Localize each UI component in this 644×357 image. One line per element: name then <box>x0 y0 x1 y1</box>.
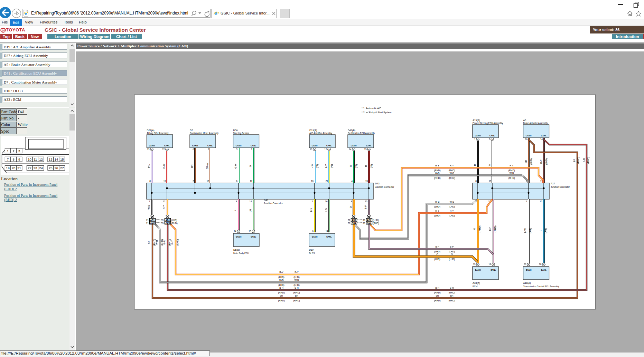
svg-text:G: G <box>249 165 252 167</box>
svg-text:R-Y: R-Y <box>295 271 299 273</box>
svg-text:Brake Actuator Assembly: Brake Actuator Assembly <box>523 122 548 125</box>
svg-text:CANL: CANL <box>251 145 256 147</box>
svg-text:B-P: B-P <box>489 227 491 231</box>
svg-text:A: A <box>314 148 315 151</box>
svg-text:8: 8 <box>149 180 151 182</box>
svg-text:CANL: CANL <box>326 236 332 238</box>
svg-text:D10: D10 <box>309 249 314 251</box>
svg-text:P: P <box>234 210 237 211</box>
svg-text:9: 9 <box>351 200 352 203</box>
svg-text:CANL: CANL <box>366 145 372 147</box>
svg-text:B: B <box>477 138 478 141</box>
svg-text:LG: LG <box>325 208 327 211</box>
svg-text:A: A <box>477 263 478 266</box>
svg-text:A: A <box>328 148 330 151</box>
svg-text:B: B <box>492 138 493 141</box>
svg-text:W-B: W-B <box>295 279 299 281</box>
svg-text:CANL: CANL <box>251 236 256 238</box>
svg-text:Main Body ECU: Main Body ECU <box>233 252 249 255</box>
svg-text:(RHD): (RHD) <box>434 169 441 172</box>
svg-text:(LHD): (LHD) <box>176 239 179 246</box>
svg-text:(LHD): (LHD) <box>449 258 455 261</box>
svg-text:(RHD): (RHD) <box>587 157 590 164</box>
svg-text:R-Y: R-Y <box>171 240 174 244</box>
svg-text:Junction Connector: Junction Connector <box>551 186 570 188</box>
svg-text:B-R: B-R <box>279 287 283 289</box>
svg-text:B: B <box>353 148 354 151</box>
svg-text:3: 3 <box>236 200 237 203</box>
svg-text:O: O <box>451 253 452 255</box>
svg-text:21: 21 <box>146 219 149 221</box>
svg-text:W-B: W-B <box>156 240 158 245</box>
svg-text:7: 7 <box>489 138 490 141</box>
svg-text:14: 14 <box>249 200 252 203</box>
svg-text:B-R: B-R <box>450 287 454 289</box>
svg-text:(LHD): (LHD) <box>449 250 455 253</box>
svg-text:13: 13 <box>310 148 312 151</box>
svg-text:R-Y: R-Y <box>450 210 454 212</box>
svg-text:A: A <box>151 148 152 151</box>
svg-text:A: A <box>166 148 168 151</box>
svg-text:(RHD): (RHD) <box>508 169 515 172</box>
svg-text:15: 15 <box>365 180 368 182</box>
svg-text:B-P: B-P <box>364 205 367 209</box>
svg-text:A17: A17 <box>551 182 555 185</box>
svg-text:O: O <box>436 253 438 255</box>
svg-text:16: 16 <box>325 200 328 203</box>
svg-text:R: R <box>365 165 367 167</box>
svg-text:B: B <box>253 230 254 232</box>
svg-text:(RHD): (RHD) <box>449 299 455 302</box>
svg-text:(LHD): (LHD) <box>171 219 177 222</box>
svg-text:B-R: B-R <box>295 287 299 289</box>
svg-text:W-B: W-B <box>279 279 284 281</box>
svg-text:13: 13 <box>147 148 150 151</box>
svg-text:CANL: CANL <box>164 145 170 147</box>
svg-text:(RHD): (RHD) <box>449 169 455 172</box>
svg-text:D56: D56 <box>233 129 238 132</box>
svg-text:14: 14 <box>349 148 352 151</box>
svg-text:DLC3: DLC3 <box>309 252 315 254</box>
svg-text:AD1: AD1 <box>150 219 155 221</box>
svg-text:AD2: AD2 <box>352 219 356 221</box>
svg-text:(RHD): (RHD) <box>293 299 300 302</box>
svg-text:B-R: B-R <box>163 240 166 244</box>
svg-text:6: 6 <box>312 230 314 232</box>
svg-text:D5(B): D5(B) <box>233 249 240 251</box>
svg-text:BR: BR <box>450 295 453 297</box>
svg-text:(RHD): (RHD) <box>373 222 379 225</box>
svg-text:(RHD): (RHD) <box>449 291 455 294</box>
svg-text:W-B: W-B <box>435 172 440 174</box>
svg-text:(LHD): (LHD) <box>449 205 455 208</box>
svg-text:BR: BR <box>295 295 298 297</box>
svg-text:39: 39 <box>161 222 164 224</box>
svg-text:(RHD): (RHD) <box>171 222 178 225</box>
svg-text:O: O <box>349 206 352 208</box>
svg-text:7: 7 <box>208 148 209 151</box>
svg-text:(*1): (*1) <box>330 164 333 168</box>
svg-text:R-Y: R-Y <box>435 164 439 167</box>
svg-text:19: 19 <box>489 180 492 182</box>
svg-text:(RHD): (RHD) <box>577 157 580 164</box>
svg-text:Certification ECU Assembly: Certification ECU Assembly <box>348 132 375 135</box>
svg-text:(RHD): (RHD) <box>434 291 441 294</box>
svg-text:4: 4 <box>351 180 353 182</box>
svg-text:* 2 :w/ Entry & Start System: * 2 :w/ Entry & Start System <box>362 111 392 114</box>
svg-text:G-W: G-W <box>234 163 237 168</box>
svg-text:12: 12 <box>163 200 166 203</box>
svg-text:A18(A): A18(A) <box>523 282 531 284</box>
svg-text:B: B <box>368 148 370 151</box>
svg-text:29: 29 <box>524 263 526 266</box>
svg-text:Combination Meter Assembly: Combination Meter Assembly <box>190 132 219 135</box>
svg-text:D43: D43 <box>375 182 380 185</box>
svg-text:19: 19 <box>164 180 166 182</box>
svg-text:CANL: CANL <box>541 135 547 137</box>
svg-text:(RHD): (RHD) <box>168 239 171 246</box>
svg-text:L-W: L-W <box>310 164 313 168</box>
svg-text:(RHD): (RHD) <box>434 299 441 302</box>
svg-text:B: B <box>474 164 476 166</box>
svg-text:W-B: W-B <box>435 201 440 203</box>
svg-text:CANL: CANL <box>491 269 496 271</box>
svg-text:AD2: AD2 <box>150 222 155 224</box>
svg-text:(LHD): (LHD) <box>449 214 455 217</box>
svg-text:18: 18 <box>488 263 491 266</box>
